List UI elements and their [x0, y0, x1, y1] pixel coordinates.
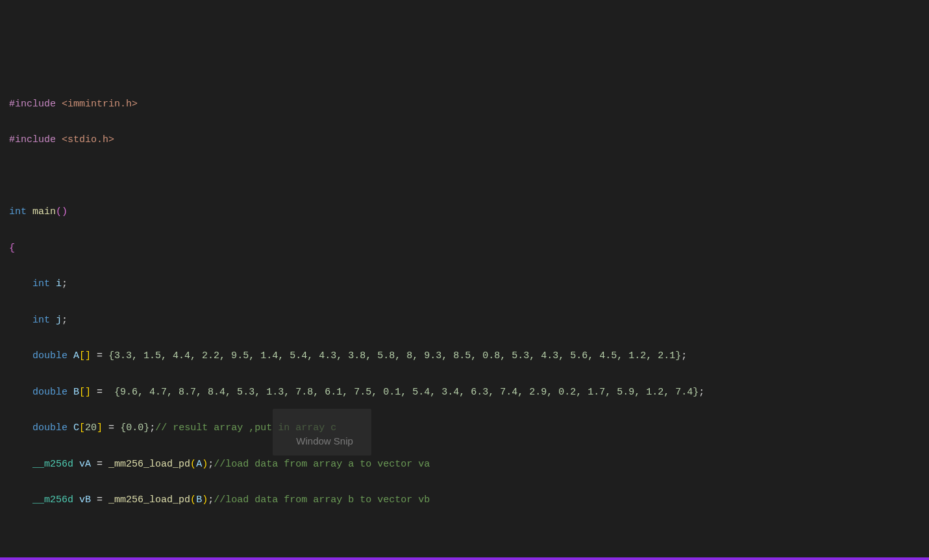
- variable: A: [73, 350, 79, 361]
- type-keyword: int: [32, 278, 50, 289]
- code-line: __m256d vA = _mm256_load_pd(A);//load da…: [9, 456, 920, 474]
- code-line: double A[] = {3.3, 1.5, 4.4, 2.2, 9.5, 1…: [9, 347, 920, 365]
- type-keyword: int: [32, 315, 50, 326]
- argument: A: [196, 459, 202, 470]
- type-keyword: double: [32, 350, 68, 361]
- array-literal: {0.0}: [120, 422, 149, 433]
- preprocessor-directive: #include: [9, 99, 56, 110]
- variable: vA: [79, 459, 91, 470]
- function-call: _mm256_load_pd: [108, 459, 190, 470]
- function-name: main: [32, 206, 56, 217]
- variable: B: [73, 387, 79, 398]
- code-line: double B[] = {9.6, 4.7, 8.7, 8.4, 5.3, 1…: [9, 383, 920, 402]
- code-line: __m256d vB = _mm256_load_pd(B);//load da…: [9, 491, 920, 509]
- status-bar[interactable]: [0, 557, 929, 560]
- function-call: _mm256_load_pd: [108, 494, 190, 505]
- number: 20: [85, 422, 97, 433]
- code-line: [9, 167, 920, 186]
- type-keyword: double: [32, 387, 68, 398]
- comment: //load data from array a to vector va: [214, 459, 430, 470]
- type-name: __m256d: [32, 459, 73, 470]
- code-line: double C[20] = {0.0};// result array ,pu…: [9, 419, 920, 437]
- type-keyword: double: [32, 422, 68, 433]
- variable: C: [73, 422, 79, 433]
- argument: B: [196, 494, 202, 505]
- preprocessor-directive: #include: [9, 134, 56, 145]
- variable: vB: [79, 494, 91, 505]
- type-name: __m256d: [32, 494, 73, 505]
- code-line: #include <immintrin.h>: [9, 95, 920, 114]
- code-line: int main(): [9, 203, 920, 221]
- include-header: <immintrin.h>: [62, 99, 138, 110]
- array-literal: {9.6, 4.7, 8.7, 8.4, 5.3, 1.3, 7.8, 6.1,…: [114, 387, 699, 398]
- window-snip-overlay: Window Snip: [273, 409, 371, 456]
- code-line: int i;: [9, 275, 920, 293]
- code-line: int j;: [9, 311, 920, 330]
- include-header: <stdio.h>: [62, 134, 114, 145]
- code-line: #include <stdio.h>: [9, 131, 920, 149]
- overlay-text: Window Snip: [296, 435, 353, 446]
- code-line: {: [9, 239, 920, 258]
- array-literal: {3.3, 1.5, 4.4, 2.2, 9.5, 1.4, 5.4, 4.3,…: [108, 350, 681, 361]
- type-keyword: int: [9, 206, 27, 217]
- code-editor[interactable]: #include <immintrin.h> #include <stdio.h…: [9, 77, 920, 560]
- variable: i: [56, 278, 62, 289]
- comment: //load data from array b to vector vb: [214, 494, 430, 505]
- variable: j: [56, 315, 62, 326]
- code-line: [9, 528, 920, 546]
